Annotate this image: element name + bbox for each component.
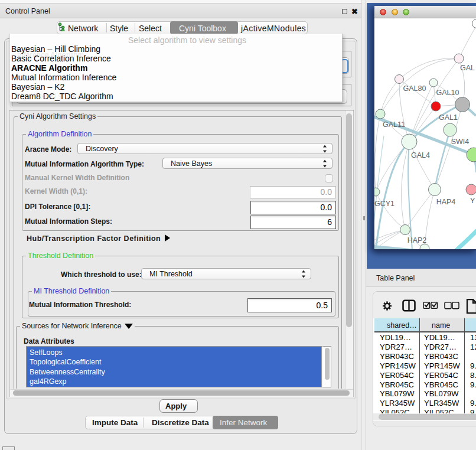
svg-text:HAP4: HAP4 [436,198,456,206]
svg-text:GAL4: GAL4 [411,151,430,159]
svg-text:GCY1: GCY1 [374,200,395,208]
svg-text:HAP2: HAP2 [407,236,427,244]
svg-text:GAL10: GAL10 [436,89,459,97]
svg-text:GAL80: GAL80 [403,84,426,93]
svg-text:GAL1: GAL1 [439,113,458,122]
svg-text:GAL11: GAL11 [383,120,405,129]
svg-text:Y: Y [470,197,475,205]
svg-text:SWI4: SWI4 [451,138,470,146]
svg-text:GAL: GAL [460,64,475,72]
